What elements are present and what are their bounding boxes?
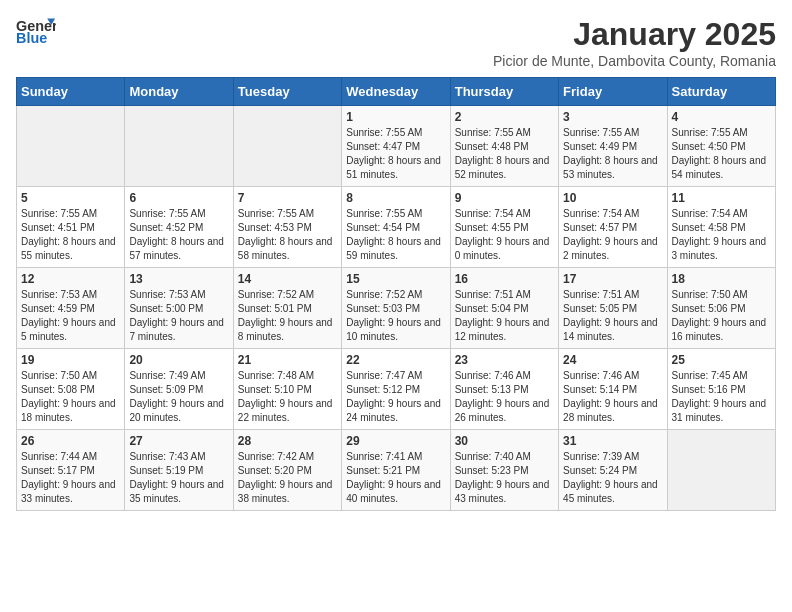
header-tuesday: Tuesday — [233, 78, 341, 106]
svg-text:Blue: Blue — [16, 30, 47, 46]
header-sunday: Sunday — [17, 78, 125, 106]
day-info: Sunrise: 7:39 AM Sunset: 5:24 PM Dayligh… — [563, 450, 662, 506]
day-number: 9 — [455, 191, 554, 205]
location-subtitle: Picior de Munte, Dambovita County, Roman… — [493, 53, 776, 69]
table-row: 13Sunrise: 7:53 AM Sunset: 5:00 PM Dayli… — [125, 268, 233, 349]
day-number: 8 — [346, 191, 445, 205]
logo-icon: General Blue — [16, 16, 56, 46]
table-row: 17Sunrise: 7:51 AM Sunset: 5:05 PM Dayli… — [559, 268, 667, 349]
table-row: 20Sunrise: 7:49 AM Sunset: 5:09 PM Dayli… — [125, 349, 233, 430]
table-row — [667, 430, 775, 511]
table-row: 22Sunrise: 7:47 AM Sunset: 5:12 PM Dayli… — [342, 349, 450, 430]
day-number: 15 — [346, 272, 445, 286]
day-info: Sunrise: 7:54 AM Sunset: 4:58 PM Dayligh… — [672, 207, 771, 263]
table-row: 21Sunrise: 7:48 AM Sunset: 5:10 PM Dayli… — [233, 349, 341, 430]
header-thursday: Thursday — [450, 78, 558, 106]
calendar-header-row: Sunday Monday Tuesday Wednesday Thursday… — [17, 78, 776, 106]
day-number: 21 — [238, 353, 337, 367]
day-info: Sunrise: 7:46 AM Sunset: 5:14 PM Dayligh… — [563, 369, 662, 425]
day-info: Sunrise: 7:51 AM Sunset: 5:05 PM Dayligh… — [563, 288, 662, 344]
day-info: Sunrise: 7:54 AM Sunset: 4:55 PM Dayligh… — [455, 207, 554, 263]
calendar-week-row: 26Sunrise: 7:44 AM Sunset: 5:17 PM Dayli… — [17, 430, 776, 511]
day-info: Sunrise: 7:55 AM Sunset: 4:48 PM Dayligh… — [455, 126, 554, 182]
day-info: Sunrise: 7:44 AM Sunset: 5:17 PM Dayligh… — [21, 450, 120, 506]
table-row: 3Sunrise: 7:55 AM Sunset: 4:49 PM Daylig… — [559, 106, 667, 187]
day-number: 18 — [672, 272, 771, 286]
day-number: 28 — [238, 434, 337, 448]
table-row: 27Sunrise: 7:43 AM Sunset: 5:19 PM Dayli… — [125, 430, 233, 511]
table-row: 10Sunrise: 7:54 AM Sunset: 4:57 PM Dayli… — [559, 187, 667, 268]
day-info: Sunrise: 7:45 AM Sunset: 5:16 PM Dayligh… — [672, 369, 771, 425]
day-info: Sunrise: 7:43 AM Sunset: 5:19 PM Dayligh… — [129, 450, 228, 506]
table-row: 14Sunrise: 7:52 AM Sunset: 5:01 PM Dayli… — [233, 268, 341, 349]
table-row: 6Sunrise: 7:55 AM Sunset: 4:52 PM Daylig… — [125, 187, 233, 268]
day-info: Sunrise: 7:55 AM Sunset: 4:52 PM Dayligh… — [129, 207, 228, 263]
table-row: 24Sunrise: 7:46 AM Sunset: 5:14 PM Dayli… — [559, 349, 667, 430]
table-row: 2Sunrise: 7:55 AM Sunset: 4:48 PM Daylig… — [450, 106, 558, 187]
day-info: Sunrise: 7:51 AM Sunset: 5:04 PM Dayligh… — [455, 288, 554, 344]
calendar-table: Sunday Monday Tuesday Wednesday Thursday… — [16, 77, 776, 511]
table-row — [17, 106, 125, 187]
day-number: 19 — [21, 353, 120, 367]
table-row: 25Sunrise: 7:45 AM Sunset: 5:16 PM Dayli… — [667, 349, 775, 430]
table-row: 1Sunrise: 7:55 AM Sunset: 4:47 PM Daylig… — [342, 106, 450, 187]
day-number: 25 — [672, 353, 771, 367]
day-info: Sunrise: 7:47 AM Sunset: 5:12 PM Dayligh… — [346, 369, 445, 425]
day-number: 13 — [129, 272, 228, 286]
table-row: 26Sunrise: 7:44 AM Sunset: 5:17 PM Dayli… — [17, 430, 125, 511]
calendar-week-row: 19Sunrise: 7:50 AM Sunset: 5:08 PM Dayli… — [17, 349, 776, 430]
day-number: 30 — [455, 434, 554, 448]
day-number: 22 — [346, 353, 445, 367]
day-info: Sunrise: 7:48 AM Sunset: 5:10 PM Dayligh… — [238, 369, 337, 425]
day-info: Sunrise: 7:55 AM Sunset: 4:49 PM Dayligh… — [563, 126, 662, 182]
table-row: 29Sunrise: 7:41 AM Sunset: 5:21 PM Dayli… — [342, 430, 450, 511]
day-info: Sunrise: 7:54 AM Sunset: 4:57 PM Dayligh… — [563, 207, 662, 263]
day-info: Sunrise: 7:41 AM Sunset: 5:21 PM Dayligh… — [346, 450, 445, 506]
table-row: 15Sunrise: 7:52 AM Sunset: 5:03 PM Dayli… — [342, 268, 450, 349]
day-number: 10 — [563, 191, 662, 205]
day-number: 3 — [563, 110, 662, 124]
day-number: 16 — [455, 272, 554, 286]
day-number: 27 — [129, 434, 228, 448]
day-info: Sunrise: 7:55 AM Sunset: 4:53 PM Dayligh… — [238, 207, 337, 263]
day-info: Sunrise: 7:53 AM Sunset: 5:00 PM Dayligh… — [129, 288, 228, 344]
day-number: 26 — [21, 434, 120, 448]
header-friday: Friday — [559, 78, 667, 106]
table-row: 7Sunrise: 7:55 AM Sunset: 4:53 PM Daylig… — [233, 187, 341, 268]
table-row: 8Sunrise: 7:55 AM Sunset: 4:54 PM Daylig… — [342, 187, 450, 268]
table-row: 11Sunrise: 7:54 AM Sunset: 4:58 PM Dayli… — [667, 187, 775, 268]
calendar-week-row: 12Sunrise: 7:53 AM Sunset: 4:59 PM Dayli… — [17, 268, 776, 349]
month-year-title: January 2025 — [493, 16, 776, 53]
day-number: 5 — [21, 191, 120, 205]
table-row: 30Sunrise: 7:40 AM Sunset: 5:23 PM Dayli… — [450, 430, 558, 511]
day-info: Sunrise: 7:52 AM Sunset: 5:03 PM Dayligh… — [346, 288, 445, 344]
day-info: Sunrise: 7:49 AM Sunset: 5:09 PM Dayligh… — [129, 369, 228, 425]
table-row: 16Sunrise: 7:51 AM Sunset: 5:04 PM Dayli… — [450, 268, 558, 349]
header-monday: Monday — [125, 78, 233, 106]
day-number: 2 — [455, 110, 554, 124]
table-row: 18Sunrise: 7:50 AM Sunset: 5:06 PM Dayli… — [667, 268, 775, 349]
table-row: 23Sunrise: 7:46 AM Sunset: 5:13 PM Dayli… — [450, 349, 558, 430]
day-info: Sunrise: 7:52 AM Sunset: 5:01 PM Dayligh… — [238, 288, 337, 344]
logo: General Blue — [16, 16, 56, 46]
day-number: 4 — [672, 110, 771, 124]
day-number: 6 — [129, 191, 228, 205]
day-info: Sunrise: 7:42 AM Sunset: 5:20 PM Dayligh… — [238, 450, 337, 506]
day-number: 7 — [238, 191, 337, 205]
table-row: 9Sunrise: 7:54 AM Sunset: 4:55 PM Daylig… — [450, 187, 558, 268]
table-row: 19Sunrise: 7:50 AM Sunset: 5:08 PM Dayli… — [17, 349, 125, 430]
table-row: 4Sunrise: 7:55 AM Sunset: 4:50 PM Daylig… — [667, 106, 775, 187]
day-info: Sunrise: 7:55 AM Sunset: 4:50 PM Dayligh… — [672, 126, 771, 182]
day-number: 12 — [21, 272, 120, 286]
day-number: 23 — [455, 353, 554, 367]
title-block: January 2025 Picior de Munte, Dambovita … — [493, 16, 776, 69]
day-number: 11 — [672, 191, 771, 205]
day-info: Sunrise: 7:55 AM Sunset: 4:54 PM Dayligh… — [346, 207, 445, 263]
day-number: 31 — [563, 434, 662, 448]
table-row: 31Sunrise: 7:39 AM Sunset: 5:24 PM Dayli… — [559, 430, 667, 511]
day-info: Sunrise: 7:40 AM Sunset: 5:23 PM Dayligh… — [455, 450, 554, 506]
day-number: 17 — [563, 272, 662, 286]
day-info: Sunrise: 7:53 AM Sunset: 4:59 PM Dayligh… — [21, 288, 120, 344]
day-info: Sunrise: 7:55 AM Sunset: 4:51 PM Dayligh… — [21, 207, 120, 263]
day-number: 29 — [346, 434, 445, 448]
